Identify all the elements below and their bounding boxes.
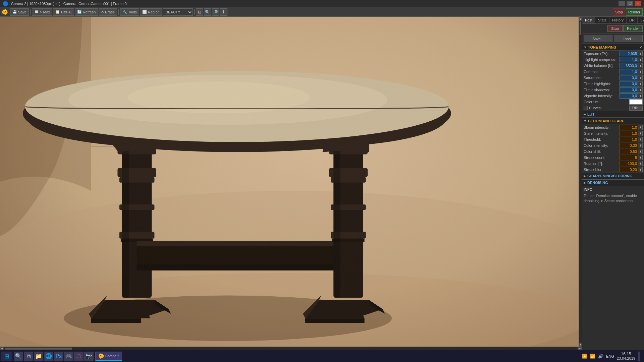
zoom-fit-button[interactable]: ⊡: [196, 8, 203, 16]
keyboard-layout[interactable]: ENG: [606, 354, 614, 358]
viewport-scrollbar-vertical[interactable]: ▲ ▼: [579, 17, 582, 347]
app5-btn[interactable]: 🎮: [64, 352, 73, 361]
zoom-in-button[interactable]: 🔍: [204, 8, 211, 16]
chrome-icon: 🌐: [45, 353, 52, 359]
color-shift-value[interactable]: 0,50: [620, 149, 638, 154]
scroll-track-vertical[interactable]: [579, 21, 582, 343]
bloom-glare-header[interactable]: ▼ BLOOM AND GLARE: [582, 118, 644, 124]
curves-checkbox[interactable]: [584, 106, 588, 110]
title-bar-left: 🔵 Corona 2 | 644×362px (1:1) | Camera:…: [3, 1, 127, 6]
info-overlay-button[interactable]: ℹ: [220, 8, 227, 16]
chrome-btn[interactable]: 🌐: [44, 352, 53, 361]
viewport-scrollbar-horizontal[interactable]: ◀ ▶: [0, 347, 582, 350]
max-button[interactable]: 🔲 > Max: [32, 8, 52, 16]
scroll-left-arrow[interactable]: ◀: [0, 347, 4, 350]
denoising-header[interactable]: ▶ DENOISING: [582, 179, 644, 186]
render-viewport[interactable]: [0, 17, 579, 347]
contrast-spinner[interactable]: ⬆: [638, 69, 643, 74]
tone-mapping-check[interactable]: ✓: [640, 45, 643, 49]
filmic-shadows-value[interactable]: 0,0: [620, 87, 638, 93]
white-balance-spinner[interactable]: ⬆: [638, 63, 643, 68]
photoshop-btn[interactable]: Ps: [54, 352, 63, 361]
threshold-spinner[interactable]: ⬆: [638, 137, 643, 142]
lut-header[interactable]: ▶ LUT: [582, 111, 644, 118]
saturation-spinner[interactable]: ⬆: [638, 75, 643, 80]
streak-count-value[interactable]: 5: [620, 155, 638, 160]
highlight-spinner[interactable]: ⬆: [638, 57, 643, 62]
refresh-button[interactable]: 🔄 Refresh: [75, 8, 98, 16]
vignette-spinner[interactable]: ⬆: [638, 93, 643, 99]
filmic-highlights-spinner[interactable]: ⬆: [638, 81, 643, 86]
highlight-compress-label: Highlight compress:: [584, 58, 620, 62]
curves-edit-button[interactable]: Edit...: [629, 106, 643, 111]
ctrl-c-button[interactable]: 📋 Ctrl+C: [53, 8, 74, 16]
vignette-value[interactable]: 0,0: [620, 93, 638, 99]
tab-history[interactable]: History: [609, 17, 627, 23]
zoom-out-button[interactable]: 🔎: [212, 8, 219, 16]
exposure-value[interactable]: 2,935: [620, 51, 638, 56]
scroll-track-horizontal[interactable]: [4, 347, 578, 350]
region-button[interactable]: ⬜ Region: [140, 8, 162, 16]
erase-button[interactable]: ✕ Erase: [99, 8, 117, 16]
system-clock[interactable]: 16:15 23.04.2019: [617, 352, 635, 361]
streak-blur-value[interactable]: 0,20: [620, 167, 638, 172]
bloom-intensity-spinner[interactable]: ⬆: [638, 125, 643, 130]
scroll-thumb-vertical[interactable]: [580, 21, 581, 35]
panel-stop-button[interactable]: Stop: [607, 25, 623, 32]
scroll-right-arrow[interactable]: ▶: [578, 347, 582, 350]
rotation-spinner[interactable]: ⬆: [638, 161, 643, 166]
tray-icon-1[interactable]: 🔼: [582, 354, 587, 359]
sharpening-header[interactable]: ▶ SHARPENING/BLURRING: [582, 173, 644, 179]
close-btn[interactable]: ✕: [635, 1, 641, 6]
taskview-btn[interactable]: ⧉: [24, 352, 33, 361]
bloom-intensity-value[interactable]: 1,0: [620, 125, 638, 130]
channel-select[interactable]: BEAUTY DIFFUSE SPECULAR: [163, 8, 193, 16]
restore-btn[interactable]: ❐: [627, 1, 633, 6]
scroll-down-arrow[interactable]: ▼: [579, 343, 582, 347]
color-tint-swatch[interactable]: [629, 99, 643, 105]
rotation-value[interactable]: 100,0: [620, 161, 638, 166]
color-intensity-spinner[interactable]: ⬆: [638, 143, 643, 148]
tab-lightmix[interactable]: LightMix: [638, 17, 644, 23]
exposure-spinner[interactable]: ⬆: [638, 51, 643, 56]
panel-action-row: Stop Render: [582, 24, 644, 34]
start-button[interactable]: ⊞: [1, 352, 12, 361]
threshold-value[interactable]: 1,0: [620, 137, 638, 142]
tray-icon-network[interactable]: 📶: [590, 354, 595, 359]
save-button[interactable]: 💾 Save: [10, 8, 29, 16]
tools-button[interactable]: 🔧 Tools: [120, 8, 139, 16]
filmic-highlights-value[interactable]: 0,0: [620, 81, 638, 86]
scroll-thumb-horizontal[interactable]: [5, 348, 72, 350]
save-btn[interactable]: Save...: [584, 35, 612, 42]
tab-post[interactable]: Post: [582, 17, 595, 23]
color-tint-label: Color tint:: [584, 100, 629, 104]
glare-intensity-value[interactable]: 1,0: [620, 131, 638, 136]
search-taskbar-btn[interactable]: 🔍: [14, 352, 23, 361]
tone-mapping-header[interactable]: ▼ TONE MAPPING ✓: [582, 44, 644, 51]
show-desktop-btn[interactable]: [638, 352, 640, 361]
saturation-value[interactable]: 0,0: [620, 75, 638, 80]
tray-icon-sound[interactable]: 🔊: [598, 354, 603, 359]
white-balance-value[interactable]: 6500,0: [620, 63, 638, 68]
load-btn[interactable]: Load...: [614, 35, 643, 42]
stop-button[interactable]: Stop: [613, 8, 625, 16]
render-button[interactable]: Render: [626, 8, 643, 16]
highlight-compress-value[interactable]: 1,0: [620, 57, 638, 62]
tab-dr[interactable]: DR: [627, 17, 638, 23]
tab-stats[interactable]: Stats: [595, 17, 609, 23]
streak-blur-spinner[interactable]: ⬆: [638, 167, 643, 172]
app7-btn[interactable]: 📷: [84, 352, 94, 361]
glare-intensity-spinner[interactable]: ⬆: [638, 131, 643, 136]
panel-tabs: Post Stats History DR LightMix: [582, 17, 644, 24]
minimize-btn[interactable]: —: [619, 1, 625, 6]
color-intensity-value[interactable]: 0,30: [620, 143, 638, 148]
explorer-btn[interactable]: 📁: [34, 352, 43, 361]
corona-taskbar-app[interactable]: 🌞 Corona 2: [95, 352, 122, 361]
scroll-up-arrow[interactable]: ▲: [579, 17, 582, 21]
color-shift-spinner[interactable]: ⬆: [638, 149, 643, 154]
streak-count-spinner[interactable]: ⬆: [638, 155, 643, 160]
panel-render-button[interactable]: Render: [623, 25, 643, 32]
app6-btn[interactable]: ⬡: [74, 352, 84, 361]
filmic-shadows-spinner[interactable]: ⬆: [638, 87, 643, 93]
contrast-value[interactable]: 1,0: [620, 69, 638, 74]
